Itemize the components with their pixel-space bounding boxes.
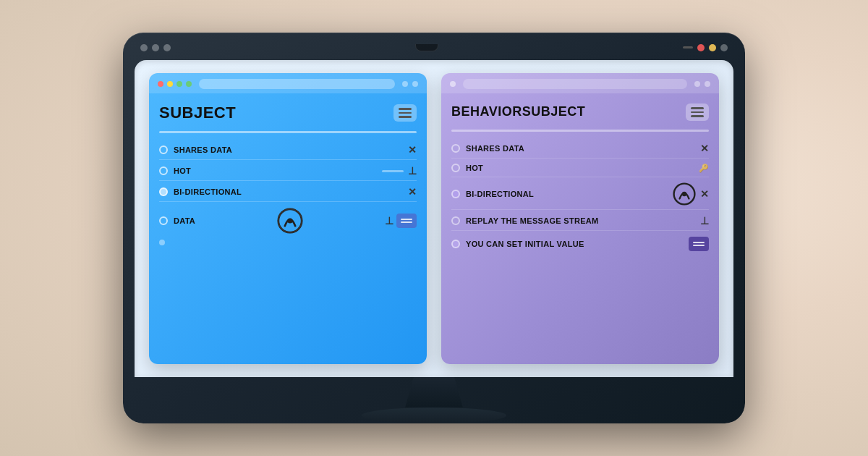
subject-feature-label-1: SHARES DATA: [174, 145, 232, 154]
subject-menu-line-2: [399, 112, 412, 114]
subject-tb-url: [199, 79, 395, 89]
subject-card: SUBJECT SHARES DATA ✕: [149, 73, 427, 364]
dot-plain: [720, 44, 728, 51]
subject-widget-line-1: [401, 219, 412, 220]
subject-feature-hot: HOT ⊥: [159, 161, 417, 181]
monitor-top-bar: [135, 44, 733, 51]
subject-menu-line-1: [399, 108, 412, 110]
subject-dot-4: [159, 216, 168, 225]
svg-point-1: [287, 218, 292, 223]
subject-widget-block: [396, 214, 417, 228]
subject-indicator-1: ✕: [408, 144, 417, 156]
behavior-tb-icons: [694, 81, 710, 87]
behavior-feature-left-5: YOU CAN SET INITIAL VALUE: [451, 240, 584, 248]
behavior-feature-left-1: SHARES DATA: [451, 144, 524, 153]
behavior-feature-left-2: HOT: [451, 164, 483, 172]
behavior-menu-line-1: [691, 107, 704, 109]
behavior-card-header: BEHAVIORSUBJECT: [451, 104, 709, 121]
behavior-feature-label-2: HOT: [466, 164, 483, 172]
behavior-tb-icon-2: [705, 81, 710, 87]
behavior-feature-right-1: ✕: [700, 143, 709, 154]
behavior-widget-block: [689, 237, 709, 251]
subject-feature-label-4: DATA: [174, 216, 195, 225]
subject-dot-3: [159, 187, 168, 196]
dot-yellow: [709, 44, 716, 51]
subject-widget-lines: [401, 219, 412, 223]
subject-tb-dot-green: [176, 81, 182, 87]
subject-feature-right-2: ⊥: [382, 165, 417, 177]
svg-point-3: [682, 191, 686, 195]
behavior-feature-right-4: ⊥: [700, 215, 709, 227]
behavior-feature-label-3: BI-DIRECTIONAL: [466, 190, 534, 198]
behavior-content: BEHAVIORSUBJECT SHARES DATA ✕: [441, 93, 719, 364]
behavior-indicator-1: ✕: [700, 143, 709, 154]
subject-card-header: SUBJECT: [159, 104, 417, 122]
monitor: SUBJECT SHARES DATA ✕: [123, 33, 745, 423]
behavior-feature-bidirectional: BI-DIRECTIONAL ✕: [451, 179, 709, 210]
behavior-tb-dots: [450, 81, 456, 87]
behavior-feature-replay: REPLAY THE MESSAGE STREAM ⊥: [451, 211, 709, 231]
dot-1: [140, 44, 148, 51]
dot-red: [697, 44, 705, 51]
subject-dot-2: [159, 166, 168, 175]
subject-bottom-widget: ⊥: [385, 214, 417, 228]
behavior-dot-3: [451, 190, 460, 198]
subject-feature-bidirectional: BI-DIRECTIONAL ✕: [159, 182, 417, 202]
behavior-feature-label-1: SHARES DATA: [466, 144, 524, 153]
dot-minus: [683, 46, 693, 48]
behavior-widget-line-2: [693, 245, 705, 246]
behavior-card: BEHAVIORSUBJECT SHARES DATA ✕: [441, 73, 719, 364]
subject-feature-left-2: HOT: [159, 166, 191, 175]
behavior-feature-shares-data: SHARES DATA ✕: [451, 139, 709, 159]
subject-feature-data: DATA ⊥: [159, 208, 417, 234]
subject-feature-left-4: DATA: [159, 216, 195, 225]
behavior-menu-icon[interactable]: [686, 104, 709, 121]
monitor-stand: [405, 377, 463, 408]
behavior-menu-line-2: [691, 111, 704, 114]
behavior-feature-initial: YOU CAN SET INITIAL VALUE: [451, 237, 709, 251]
subject-widget-line-2: [401, 221, 412, 223]
behavior-dot-1: [451, 144, 460, 153]
behavior-tb-dot-1: [450, 81, 456, 87]
behavior-feature-left-3: BI-DIRECTIONAL: [451, 190, 534, 198]
subject-feature-left-3: BI-DIRECTIONAL: [159, 187, 242, 196]
subject-tb-icon-2: [412, 81, 418, 87]
behavior-tb-url: [463, 79, 687, 89]
subject-feature-left-1: SHARES DATA: [159, 145, 232, 154]
subject-menu-icon[interactable]: [393, 104, 417, 122]
behavior-tb-icon-1: [694, 81, 700, 87]
monitor-base: [362, 408, 506, 423]
behavior-title: BEHAVIORSUBJECT: [451, 104, 585, 119]
subject-feature-right-1: ✕: [408, 144, 417, 156]
subject-titlebar: [149, 73, 427, 93]
behavior-divider: [451, 130, 709, 132]
behavior-widget-line-1: [693, 242, 705, 243]
dot-2: [152, 44, 159, 51]
behavior-menu-line-3: [691, 115, 704, 117]
behavior-dot-2: [451, 164, 460, 172]
subject-indicator-2: ⊥: [408, 165, 417, 177]
subject-feature-shares-data: SHARES DATA ✕: [159, 140, 417, 160]
subject-divider: [159, 131, 417, 133]
subject-feature-bar-2: [382, 170, 404, 172]
behavior-rx-logo: [673, 182, 696, 206]
monitor-notch: [415, 44, 438, 51]
monitor-dots-right: [683, 44, 728, 51]
monitor-screen: SUBJECT SHARES DATA ✕: [135, 60, 733, 377]
behavior-feature-label-5: YOU CAN SET INITIAL VALUE: [466, 240, 584, 248]
behavior-feature-right-3: ✕: [673, 182, 709, 206]
subject-feature-right-3: ✕: [408, 186, 417, 198]
behavior-titlebar: [441, 73, 719, 93]
subject-tb-dots: [158, 81, 192, 87]
behavior-bottom-widget: [689, 237, 709, 251]
subject-feature-label-3: BI-DIRECTIONAL: [174, 187, 242, 196]
subject-rx-logo: [277, 208, 303, 234]
behavior-feature-hot: HOT 🔑: [451, 160, 709, 177]
subject-menu-line-3: [399, 116, 412, 118]
subject-title: SUBJECT: [159, 104, 236, 122]
subject-tb-dot-yellow: [167, 81, 173, 87]
dot-3: [163, 44, 171, 51]
subject-content: SUBJECT SHARES DATA ✕: [149, 93, 427, 364]
subject-feature-label-2: HOT: [174, 166, 191, 175]
subject-tb-dot-green2: [186, 81, 192, 87]
